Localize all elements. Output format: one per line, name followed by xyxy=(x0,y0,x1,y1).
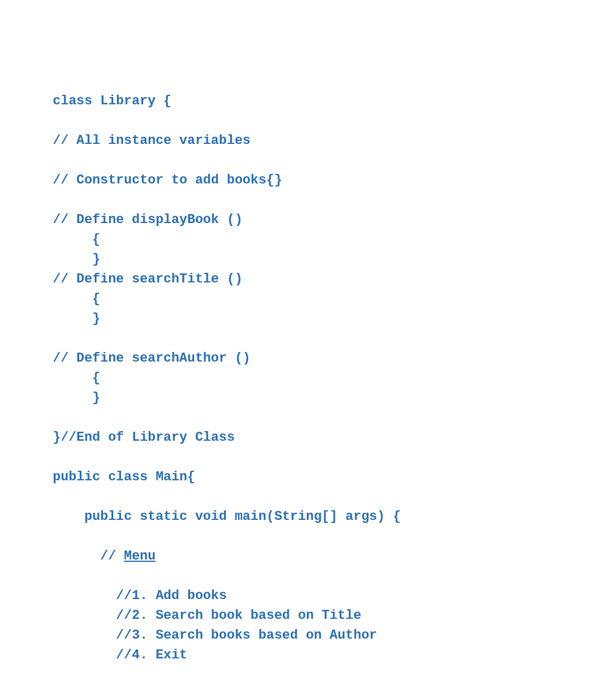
code-line: } xyxy=(53,311,100,326)
code-line: . xyxy=(53,667,61,674)
code-line: //3. Search books based on Author xyxy=(53,628,377,643)
code-text: // xyxy=(53,549,124,564)
code-line: // Constructor to add books{} xyxy=(53,173,282,188)
code-line: { xyxy=(53,371,100,386)
code-line: } xyxy=(53,390,100,405)
code-line: // All instance variables xyxy=(53,133,250,148)
code-line: } xyxy=(53,252,100,267)
code-line: // Define searchAuthor () xyxy=(53,351,250,366)
code-line: //2. Search book based on Title xyxy=(53,608,361,623)
code-line: }//End of Library Class xyxy=(53,430,235,445)
code-line: //4. Exit xyxy=(53,648,187,663)
code-line: public static void main(String[] args) { xyxy=(53,509,401,524)
code-line: { xyxy=(53,291,100,306)
code-line: { xyxy=(53,232,100,247)
code-line: // Menu xyxy=(53,549,156,564)
code-line: public class Main{ xyxy=(53,470,195,485)
code-line: // Define searchTitle () xyxy=(53,272,243,287)
menu-underlined: Menu xyxy=(124,549,156,564)
code-line: // Define displayBook () xyxy=(53,212,243,227)
code-block: class Library { // All instance variable… xyxy=(53,91,616,674)
code-line: class Library { xyxy=(53,94,171,109)
code-line: //1. Add books xyxy=(53,588,227,603)
